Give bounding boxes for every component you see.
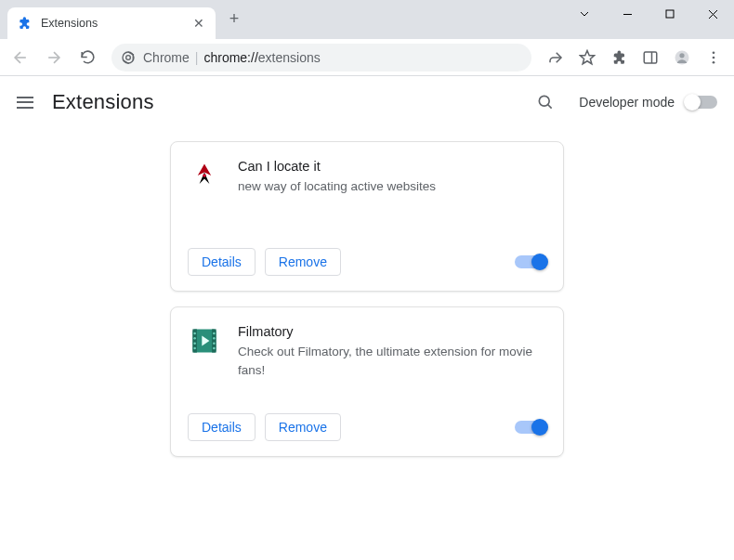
window-maximize-button[interactable]: [649, 0, 691, 28]
extension-name: Filmatory: [238, 324, 546, 339]
svg-point-21: [203, 174, 206, 177]
svg-point-7: [126, 55, 131, 59]
extension-description: new way of locating active websites: [238, 177, 436, 196]
page-header: Extensions Developer mode: [0, 76, 734, 128]
extension-icon-film: [188, 324, 221, 358]
svg-point-31: [213, 342, 216, 345]
svg-marker-11: [581, 50, 595, 63]
page-title: Extensions: [52, 90, 154, 114]
profile-button[interactable]: [667, 43, 697, 72]
chrome-menu-button[interactable]: [699, 43, 728, 72]
svg-rect-1: [666, 10, 674, 18]
developer-mode-label: Developer mode: [579, 95, 675, 110]
developer-mode-toggle[interactable]: [686, 96, 717, 109]
browser-toolbar: Chrome | chrome://extensions: [0, 39, 734, 76]
window-close-button[interactable]: [691, 0, 734, 28]
svg-point-30: [213, 337, 216, 340]
sidepanel-button[interactable]: [636, 43, 665, 72]
extension-enable-toggle[interactable]: [515, 255, 546, 268]
developer-mode-control: Developer mode: [579, 95, 717, 110]
extensions-list: Can I locate it new way of locating acti…: [0, 128, 734, 457]
forward-button[interactable]: [39, 43, 69, 72]
browser-tab[interactable]: Extensions ✕: [7, 7, 216, 39]
svg-point-28: [193, 347, 196, 350]
details-button[interactable]: Details: [188, 413, 256, 441]
extension-enable-toggle[interactable]: [515, 421, 546, 434]
reload-button[interactable]: [72, 43, 102, 72]
remove-button[interactable]: Remove: [265, 413, 341, 441]
details-button[interactable]: Details: [188, 248, 256, 276]
extensions-favicon: [17, 16, 32, 31]
svg-point-32: [213, 347, 216, 350]
tab-close-button[interactable]: ✕: [191, 16, 206, 31]
extension-card: Filmatory Check out Filmatory, the ultim…: [170, 306, 564, 457]
svg-point-29: [213, 332, 216, 335]
url-text: Chrome | chrome://extensions: [143, 50, 321, 65]
omnibox[interactable]: Chrome | chrome://extensions: [111, 44, 531, 72]
share-button[interactable]: [541, 43, 570, 72]
svg-point-18: [713, 60, 715, 63]
tab-title: Extensions: [41, 17, 182, 30]
bookmark-button[interactable]: [572, 43, 602, 72]
svg-point-16: [713, 51, 715, 54]
window-minimize-button[interactable]: [606, 0, 649, 28]
window-dropdown-button[interactable]: [563, 0, 606, 28]
svg-line-9: [130, 54, 136, 60]
search-button[interactable]: [529, 85, 562, 119]
extension-card: Can I locate it new way of locating acti…: [170, 141, 564, 292]
svg-point-27: [193, 342, 196, 345]
chrome-icon: [121, 50, 136, 65]
svg-point-25: [193, 332, 196, 335]
remove-button[interactable]: Remove: [265, 248, 341, 276]
new-tab-button[interactable]: +: [221, 6, 247, 32]
svg-point-26: [193, 337, 196, 340]
extensions-button[interactable]: [604, 43, 634, 72]
hamburger-menu-button[interactable]: [17, 97, 35, 109]
extension-description: Check out Filmatory, the ultimate extens…: [238, 343, 546, 379]
svg-rect-12: [644, 52, 657, 63]
svg-line-20: [548, 105, 552, 109]
back-button[interactable]: [6, 43, 35, 72]
window-titlebar: Extensions ✕ +: [0, 0, 734, 39]
extension-icon-phoenix: [188, 159, 221, 192]
svg-point-17: [713, 56, 715, 59]
svg-point-15: [679, 53, 684, 58]
extension-name: Can I locate it: [238, 159, 436, 174]
